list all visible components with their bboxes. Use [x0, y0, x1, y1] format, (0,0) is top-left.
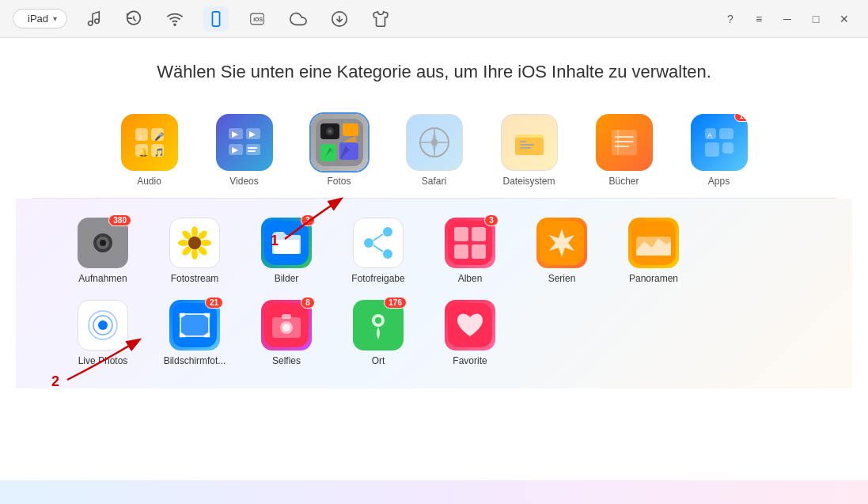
apps-icon: A 15: [691, 114, 748, 171]
music-icon[interactable]: [80, 6, 105, 32]
svg-rect-77: [472, 227, 486, 241]
sub-serien[interactable]: Serien: [522, 211, 601, 290]
bilder-label: Bilder: [275, 273, 299, 284]
cloud-icon[interactable]: [286, 6, 311, 32]
svg-point-96: [375, 317, 381, 324]
dateisystem-label: Dateisystem: [502, 176, 555, 187]
sub-alben[interactable]: 3 Alben: [430, 211, 510, 290]
svg-rect-47: [615, 146, 629, 147]
videos-label: Videos: [229, 176, 258, 187]
minimize-button[interactable]: ─: [776, 8, 798, 30]
device-selector[interactable]: iPad ▾: [13, 9, 67, 28]
audio-icon: ♪ 🎤 🔔 🎵: [121, 114, 178, 171]
svg-rect-93: [282, 314, 291, 319]
svg-rect-42: [520, 144, 534, 146]
tshirt-icon[interactable]: [368, 6, 393, 32]
category-buecher[interactable]: Bücher: [581, 108, 668, 193]
sub-row-2: Live Photos 21 B: [63, 294, 805, 373]
ios-icon[interactable]: iOS: [244, 6, 270, 32]
apps-badge: 15: [734, 114, 747, 122]
svg-rect-46: [615, 141, 634, 142]
category-fotos[interactable]: Fotos: [296, 108, 383, 193]
ort-label: Ort: [372, 355, 385, 366]
svg-point-63: [191, 248, 198, 260]
svg-text:🎤: 🎤: [154, 131, 165, 142]
category-apps[interactable]: A 15 Apps: [676, 108, 763, 193]
svg-rect-88: [180, 314, 209, 336]
sub-ort[interactable]: 176 Ort: [339, 294, 418, 373]
sub-favorite[interactable]: Favorite: [430, 294, 510, 373]
category-safari[interactable]: Safari: [391, 108, 478, 193]
svg-point-72: [383, 249, 392, 259]
svg-text:iOS: iOS: [253, 17, 263, 22]
chevron-down-icon: ▾: [53, 14, 57, 23]
aufnahmen-badge: 380: [108, 214, 131, 226]
svg-rect-20: [246, 144, 260, 155]
sub-aufnahmen[interactable]: 380 Aufnahmen: [63, 211, 142, 290]
svg-rect-25: [248, 150, 256, 152]
svg-point-29: [328, 130, 332, 133]
menu-button[interactable]: ≡: [748, 8, 770, 30]
svg-text:🎵: 🎵: [154, 147, 165, 157]
svg-marker-37: [431, 131, 438, 142]
favorite-icon: [445, 300, 495, 351]
category-audio[interactable]: ♪ 🎤 🔔 🎵 Audio: [106, 108, 193, 193]
svg-point-67: [188, 237, 201, 249]
restore-button[interactable]: □: [805, 8, 827, 30]
videos-icon: [216, 114, 273, 171]
sub-panoramen[interactable]: Panoramen: [614, 211, 693, 290]
svg-rect-45: [615, 136, 634, 138]
category-videos[interactable]: Videos: [201, 108, 288, 193]
safari-icon: [406, 114, 463, 171]
svg-rect-49: [719, 128, 733, 139]
selfies-badge: 8: [301, 297, 315, 309]
alben-label: Alben: [458, 273, 483, 284]
fotos-icon: [311, 114, 368, 171]
svg-rect-76: [454, 227, 468, 241]
download-icon[interactable]: [327, 6, 352, 32]
close-button[interactable]: ✕: [833, 8, 855, 30]
bildschirmfot-label: Bildschirmfot...: [164, 355, 226, 366]
apps-label: Apps: [708, 176, 730, 187]
svg-point-59: [191, 226, 198, 237]
sub-fotostream[interactable]: Fotostream: [155, 211, 234, 290]
category-dateisystem[interactable]: Dateisystem: [486, 108, 573, 193]
aufnahmen-label: Aufnahmen: [78, 273, 127, 284]
wireless-icon[interactable]: [162, 6, 188, 32]
sub-selfies[interactable]: 8 Selfies: [247, 294, 326, 373]
sub-bildschirmfot[interactable]: 21 Bildschirmfot...: [155, 294, 234, 373]
bildschirmfot-badge: 21: [205, 297, 223, 309]
dateisystem-icon: [501, 114, 558, 171]
svg-rect-75: [448, 221, 492, 265]
alben-badge: 3: [484, 214, 498, 226]
svg-point-92: [282, 324, 290, 332]
svg-point-56: [100, 240, 106, 246]
svg-rect-3: [212, 11, 219, 25]
svg-rect-51: [722, 142, 733, 153]
annotation-arrow-2: 2: [51, 324, 162, 388]
svg-text:♪: ♪: [138, 132, 142, 141]
fotostream-icon: [169, 218, 220, 268]
device-name-label: iPad: [28, 13, 48, 25]
svg-point-61: [200, 240, 211, 246]
svg-point-2: [174, 24, 176, 25]
help-button[interactable]: ?: [719, 8, 741, 30]
serien-icon: [536, 218, 587, 268]
ort-icon: 176: [353, 300, 404, 351]
alben-icon: 3: [445, 218, 495, 268]
svg-text:2: 2: [51, 373, 59, 388]
history-icon[interactable]: [121, 6, 146, 32]
svg-rect-30: [343, 123, 358, 136]
category-grid: ♪ 🎤 🔔 🎵 Audio: [106, 108, 763, 193]
favorite-label: Favorite: [453, 355, 487, 366]
panoramen-label: Panoramen: [629, 273, 678, 284]
device-icon[interactable]: [203, 6, 229, 32]
svg-rect-32: [339, 142, 358, 160]
svg-text:🔔: 🔔: [138, 147, 149, 157]
selfies-label: Selfies: [272, 355, 301, 366]
svg-rect-24: [248, 147, 257, 149]
panoramen-icon: [628, 218, 679, 268]
aufnahmen-icon: 380: [78, 218, 128, 268]
serien-label: Serien: [548, 273, 576, 284]
svg-rect-40: [515, 138, 544, 155]
